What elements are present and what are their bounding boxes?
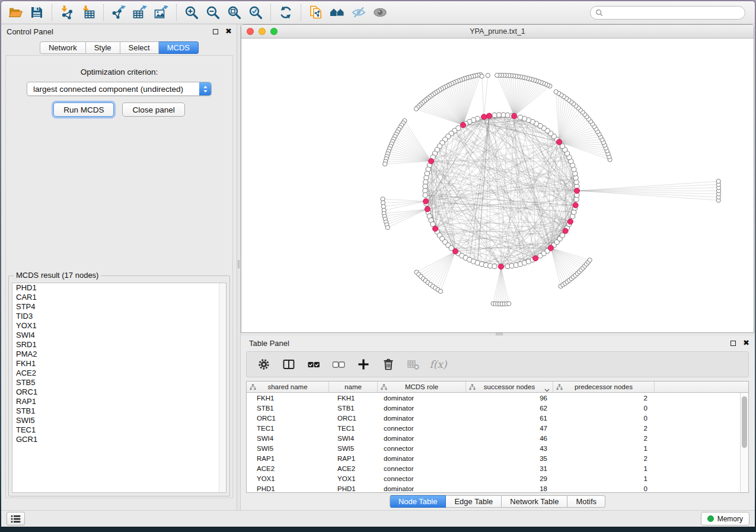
table-row[interactable]: YOX1YOX1connector291 (247, 473, 740, 483)
mcds-result-item[interactable]: STB5 (12, 378, 226, 387)
table-cell: ACE2 (329, 465, 378, 472)
table-row[interactable]: PHD1PHD1dominator180 (247, 483, 740, 492)
mcds-result-item[interactable]: STP4 (12, 302, 226, 312)
table-row[interactable]: SWI5SWI5connector431 (247, 443, 740, 453)
tab-mcds[interactable]: MCDS (159, 41, 199, 54)
settings-gear-button[interactable] (255, 355, 273, 373)
column-header-shared-name[interactable]: shared name (247, 382, 329, 392)
mcds-result-item[interactable]: SRD1 (12, 340, 226, 350)
table-row[interactable]: TEC1TEC1connector472 (247, 423, 740, 433)
function-builder-button: f(x) (429, 355, 447, 373)
table-cell: PHD1 (329, 485, 378, 492)
export-image-button[interactable] (151, 3, 172, 22)
criterion-dropdown[interactable]: largest connected component (undirected) (27, 82, 212, 96)
mcds-result-item[interactable]: ORC1 (12, 387, 226, 397)
tab-network-table[interactable]: Network Table (502, 495, 567, 508)
close-panel-button[interactable]: Close panel (122, 102, 184, 117)
mcds-result-item[interactable]: ACE2 (12, 368, 226, 378)
table-row[interactable]: ACE2ACE2connector311 (247, 463, 740, 473)
table-row[interactable]: ORC1ORC1dominator610 (247, 413, 740, 423)
horizontal-splitter-handle[interactable] (496, 333, 503, 335)
mcds-result-item[interactable]: STB1 (12, 406, 226, 416)
delete-column-button[interactable] (379, 355, 397, 373)
mcds-result-list[interactable]: PHD1CAR1STP4TID3YOX1SWI4SRD1PMA2FKH1ACE2… (12, 283, 227, 493)
table-row[interactable]: FKH1FKH1dominator962 (247, 393, 740, 403)
save-floppy-button[interactable] (26, 3, 47, 22)
tab-network[interactable]: Network (40, 41, 86, 54)
table-panel: Table Panel ✖ f(x) shared namenameMCDS r… (241, 336, 754, 510)
hide-selected-eye-button[interactable] (348, 3, 369, 22)
column-header-successor-nodes[interactable]: successor nodes (466, 382, 553, 392)
mcds-result-item[interactable]: SWI5 (12, 416, 226, 425)
memory-status-dot (707, 515, 714, 522)
search-input[interactable] (606, 8, 740, 17)
table-cell: dominator (378, 415, 466, 422)
zoom-out-button[interactable] (202, 3, 224, 22)
tab-motifs[interactable]: Motifs (567, 495, 605, 508)
document-share-button[interactable] (305, 3, 327, 22)
toolbar-button-group (5, 3, 391, 22)
mcds-result-item[interactable]: PHD1 (12, 283, 226, 293)
column-header-filler (655, 382, 748, 392)
network-canvas[interactable] (241, 39, 754, 332)
zoom-selected-button[interactable] (245, 3, 266, 22)
tab-select[interactable]: Select (120, 41, 159, 54)
table-scrollbar[interactable] (740, 393, 748, 492)
column-header-label: predecessor nodes (575, 383, 633, 390)
tab-node-table[interactable]: Node Table (390, 495, 446, 508)
show-all-eye-button[interactable] (369, 3, 391, 22)
tab-edge-table[interactable]: Edge Table (446, 495, 502, 508)
deselect-all-button[interactable] (330, 355, 347, 373)
mcds-result-item[interactable]: CAR1 (12, 293, 226, 302)
export-table-button[interactable] (129, 3, 151, 22)
table-cell: YOX1 (329, 475, 378, 482)
close-panel-icon[interactable]: ✖ (225, 28, 232, 34)
mcds-list-scrollbar[interactable] (219, 283, 226, 492)
mcds-result-item[interactable]: TEC1 (12, 425, 226, 435)
run-mcds-button[interactable]: Run MCDS (53, 102, 114, 117)
table-row[interactable]: RAP1RAP1dominator352 (247, 453, 740, 463)
table-cell: 62 (466, 405, 553, 412)
zoom-in-button[interactable] (181, 3, 202, 22)
task-history-button[interactable] (7, 512, 25, 525)
tab-style[interactable]: Style (86, 41, 120, 54)
import-network-button[interactable] (56, 3, 78, 22)
houses-button[interactable] (327, 3, 348, 22)
zoom-fit-button[interactable] (224, 3, 245, 22)
table-row[interactable]: SWI4SWI4dominator462 (247, 433, 740, 443)
add-column-button[interactable] (355, 355, 372, 373)
select-all-button[interactable] (305, 355, 323, 373)
export-network-button[interactable] (108, 3, 129, 22)
vertical-splitter[interactable] (237, 24, 241, 510)
mcds-result-item[interactable]: TID3 (12, 312, 226, 321)
mcds-result-item[interactable]: PMA2 (12, 350, 226, 359)
main-toolbar (1, 1, 755, 24)
table-scrollbar-thumb[interactable] (742, 396, 747, 448)
mcds-result-item[interactable]: SWI4 (12, 331, 226, 340)
mcds-result-item[interactable]: RAP1 (12, 397, 226, 406)
float-table-panel-icon[interactable] (731, 341, 736, 346)
vertical-splitter-handle[interactable] (238, 260, 240, 268)
attribute-type-icon (556, 384, 563, 390)
split-panel-button[interactable] (280, 355, 298, 373)
import-table-icon (81, 5, 96, 20)
mcds-result-item[interactable]: FKH1 (12, 359, 226, 368)
column-header-predecessor-nodes[interactable]: predecessor nodes (553, 382, 655, 392)
open-folder-button[interactable] (5, 3, 26, 22)
column-header-name[interactable]: name (329, 382, 378, 392)
float-panel-icon[interactable] (213, 29, 218, 34)
table-cell: 1 (553, 475, 655, 482)
mcds-result-item[interactable]: GCR1 (12, 435, 226, 444)
column-header-MCDS-role[interactable]: MCDS role (378, 382, 466, 392)
import-table-button[interactable] (78, 3, 99, 22)
table-cell: PHD1 (247, 485, 329, 492)
refresh-button[interactable] (275, 3, 296, 22)
search-box[interactable] (590, 6, 745, 20)
table-row[interactable]: STB1STB1dominator620 (247, 403, 740, 413)
table-cell: TEC1 (329, 425, 378, 432)
memory-button[interactable]: Memory (701, 512, 749, 525)
close-table-panel-icon[interactable]: ✖ (743, 340, 749, 346)
mcds-result-item[interactable]: YOX1 (12, 321, 226, 331)
table-cell: 29 (466, 475, 553, 482)
table-cell: dominator (378, 435, 466, 442)
